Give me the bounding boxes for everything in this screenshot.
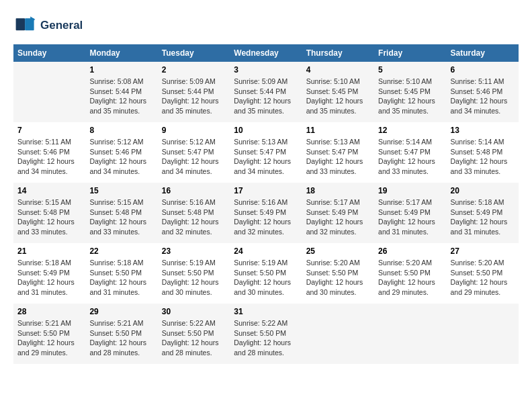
day-number: 4: [306, 65, 370, 75]
day-number: 17: [234, 186, 298, 195]
calendar-cell: 11Sunrise: 5:13 AM Sunset: 5:47 PM Dayli…: [302, 122, 374, 183]
calendar-cell: 21Sunrise: 5:18 AM Sunset: 5:49 PM Dayli…: [13, 243, 85, 304]
day-number: 16: [162, 186, 226, 195]
calendar-cell: 29Sunrise: 5:21 AM Sunset: 5:50 PM Dayli…: [85, 304, 157, 364]
calendar-cell: [447, 304, 519, 364]
day-number: 23: [162, 246, 226, 256]
day-number: 5: [378, 65, 442, 75]
day-info: Sunrise: 5:12 AM Sunset: 5:46 PM Dayligh…: [89, 137, 153, 177]
column-header-sunday: Sunday: [13, 44, 85, 62]
day-info: Sunrise: 5:18 AM Sunset: 5:50 PM Dayligh…: [89, 258, 153, 298]
day-number: 26: [378, 246, 442, 256]
calendar-cell: 28Sunrise: 5:21 AM Sunset: 5:50 PM Dayli…: [13, 304, 85, 364]
calendar-cell: [302, 304, 374, 364]
svg-rect-1: [16, 18, 25, 30]
calendar-table: SundayMondayTuesdayWednesdayThursdayFrid…: [13, 44, 519, 364]
day-number: 24: [234, 246, 298, 256]
day-number: 15: [89, 186, 153, 195]
column-header-wednesday: Wednesday: [230, 44, 302, 62]
page-header: General: [13, 13, 519, 38]
calendar-cell: 18Sunrise: 5:17 AM Sunset: 5:49 PM Dayli…: [302, 183, 374, 243]
day-number: 31: [234, 307, 298, 316]
day-number: 18: [306, 186, 370, 195]
week-row-5: 28Sunrise: 5:21 AM Sunset: 5:50 PM Dayli…: [13, 304, 519, 364]
day-info: Sunrise: 5:08 AM Sunset: 5:44 PM Dayligh…: [89, 77, 153, 116]
day-info: Sunrise: 5:11 AM Sunset: 5:46 PM Dayligh…: [451, 77, 515, 116]
column-header-saturday: Saturday: [447, 44, 519, 62]
calendar-cell: 15Sunrise: 5:15 AM Sunset: 5:48 PM Dayli…: [85, 183, 157, 243]
day-info: Sunrise: 5:21 AM Sunset: 5:50 PM Dayligh…: [89, 318, 153, 358]
calendar-cell: 2Sunrise: 5:09 AM Sunset: 5:44 PM Daylig…: [158, 62, 230, 122]
day-info: Sunrise: 5:18 AM Sunset: 5:49 PM Dayligh…: [17, 258, 81, 298]
day-info: Sunrise: 5:21 AM Sunset: 5:50 PM Dayligh…: [17, 318, 81, 358]
logo: General: [13, 13, 83, 38]
day-info: Sunrise: 5:13 AM Sunset: 5:47 PM Dayligh…: [234, 137, 298, 177]
day-number: 30: [162, 307, 226, 316]
day-number: 29: [89, 307, 153, 316]
day-info: Sunrise: 5:09 AM Sunset: 5:44 PM Dayligh…: [234, 77, 298, 116]
day-info: Sunrise: 5:20 AM Sunset: 5:50 PM Dayligh…: [451, 258, 515, 298]
column-header-tuesday: Tuesday: [158, 44, 230, 62]
day-info: Sunrise: 5:20 AM Sunset: 5:50 PM Dayligh…: [378, 258, 442, 298]
calendar-cell: 9Sunrise: 5:12 AM Sunset: 5:47 PM Daylig…: [158, 122, 230, 183]
day-number: 9: [162, 126, 226, 135]
day-info: Sunrise: 5:19 AM Sunset: 5:50 PM Dayligh…: [162, 258, 226, 298]
day-number: 10: [234, 126, 298, 135]
calendar-cell: 5Sunrise: 5:10 AM Sunset: 5:45 PM Daylig…: [374, 62, 446, 122]
day-info: Sunrise: 5:16 AM Sunset: 5:49 PM Dayligh…: [234, 197, 298, 237]
column-header-thursday: Thursday: [302, 44, 374, 62]
day-number: 3: [234, 65, 298, 75]
logo-text: General: [40, 19, 83, 32]
day-number: 11: [306, 126, 370, 135]
day-number: 2: [162, 65, 226, 75]
day-info: Sunrise: 5:14 AM Sunset: 5:48 PM Dayligh…: [451, 137, 515, 177]
day-info: Sunrise: 5:15 AM Sunset: 5:48 PM Dayligh…: [17, 197, 81, 237]
day-number: 20: [451, 186, 515, 195]
day-number: 12: [378, 126, 442, 135]
day-info: Sunrise: 5:09 AM Sunset: 5:44 PM Dayligh…: [162, 77, 226, 116]
day-number: 22: [89, 246, 153, 256]
column-header-monday: Monday: [85, 44, 157, 62]
week-row-2: 7Sunrise: 5:11 AM Sunset: 5:46 PM Daylig…: [13, 122, 519, 183]
calendar-cell: [13, 62, 85, 122]
calendar-cell: 20Sunrise: 5:18 AM Sunset: 5:49 PM Dayli…: [447, 183, 519, 243]
day-number: 19: [378, 186, 442, 195]
day-info: Sunrise: 5:14 AM Sunset: 5:47 PM Dayligh…: [378, 137, 442, 177]
day-info: Sunrise: 5:10 AM Sunset: 5:45 PM Dayligh…: [378, 77, 442, 116]
day-info: Sunrise: 5:22 AM Sunset: 5:50 PM Dayligh…: [162, 318, 226, 358]
day-info: Sunrise: 5:22 AM Sunset: 5:50 PM Dayligh…: [234, 318, 298, 358]
day-number: 21: [17, 246, 81, 256]
calendar-cell: 13Sunrise: 5:14 AM Sunset: 5:48 PM Dayli…: [447, 122, 519, 183]
day-info: Sunrise: 5:16 AM Sunset: 5:48 PM Dayligh…: [162, 197, 226, 237]
calendar-cell: 27Sunrise: 5:20 AM Sunset: 5:50 PM Dayli…: [447, 243, 519, 304]
day-number: 27: [451, 246, 515, 256]
calendar-cell: 10Sunrise: 5:13 AM Sunset: 5:47 PM Dayli…: [230, 122, 302, 183]
calendar-cell: 22Sunrise: 5:18 AM Sunset: 5:50 PM Dayli…: [85, 243, 157, 304]
week-row-3: 14Sunrise: 5:15 AM Sunset: 5:48 PM Dayli…: [13, 183, 519, 243]
day-info: Sunrise: 5:11 AM Sunset: 5:46 PM Dayligh…: [17, 137, 81, 177]
day-number: 6: [451, 65, 515, 75]
day-info: Sunrise: 5:13 AM Sunset: 5:47 PM Dayligh…: [306, 137, 370, 177]
calendar-cell: 6Sunrise: 5:11 AM Sunset: 5:46 PM Daylig…: [447, 62, 519, 122]
day-info: Sunrise: 5:17 AM Sunset: 5:49 PM Dayligh…: [378, 197, 442, 237]
calendar-header-row: SundayMondayTuesdayWednesdayThursdayFrid…: [13, 44, 519, 62]
day-number: 1: [89, 65, 153, 75]
day-info: Sunrise: 5:19 AM Sunset: 5:50 PM Dayligh…: [234, 258, 298, 298]
day-info: Sunrise: 5:17 AM Sunset: 5:49 PM Dayligh…: [306, 197, 370, 237]
calendar-cell: 12Sunrise: 5:14 AM Sunset: 5:47 PM Dayli…: [374, 122, 446, 183]
day-info: Sunrise: 5:18 AM Sunset: 5:49 PM Dayligh…: [451, 197, 515, 237]
day-info: Sunrise: 5:12 AM Sunset: 5:47 PM Dayligh…: [162, 137, 226, 177]
day-number: 28: [17, 307, 81, 316]
day-number: 8: [89, 126, 153, 135]
calendar-cell: 4Sunrise: 5:10 AM Sunset: 5:45 PM Daylig…: [302, 62, 374, 122]
calendar-cell: [374, 304, 446, 364]
calendar-cell: 26Sunrise: 5:20 AM Sunset: 5:50 PM Dayli…: [374, 243, 446, 304]
calendar-cell: 8Sunrise: 5:12 AM Sunset: 5:46 PM Daylig…: [85, 122, 157, 183]
column-header-friday: Friday: [374, 44, 446, 62]
calendar-cell: 30Sunrise: 5:22 AM Sunset: 5:50 PM Dayli…: [158, 304, 230, 364]
calendar-cell: 16Sunrise: 5:16 AM Sunset: 5:48 PM Dayli…: [158, 183, 230, 243]
calendar-cell: 31Sunrise: 5:22 AM Sunset: 5:50 PM Dayli…: [230, 304, 302, 364]
calendar-cell: 25Sunrise: 5:20 AM Sunset: 5:50 PM Dayli…: [302, 243, 374, 304]
calendar-cell: 19Sunrise: 5:17 AM Sunset: 5:49 PM Dayli…: [374, 183, 446, 243]
week-row-1: 1Sunrise: 5:08 AM Sunset: 5:44 PM Daylig…: [13, 62, 519, 122]
